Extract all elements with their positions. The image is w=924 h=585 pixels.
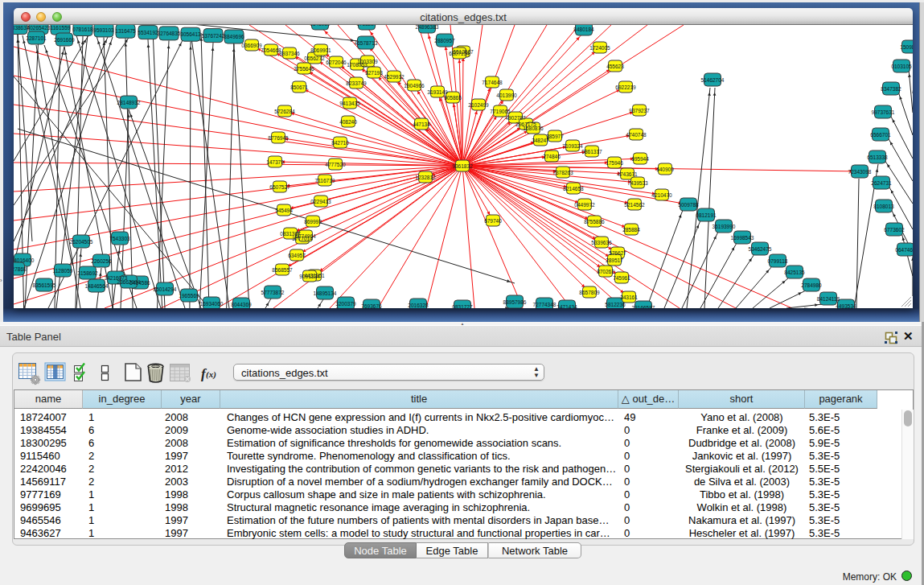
svg-text:2784980: 2784980 bbox=[801, 282, 822, 288]
svg-text:9379237: 9379237 bbox=[629, 108, 650, 113]
svg-text:72343098: 72343098 bbox=[848, 169, 872, 175]
svg-text:32764835: 32764835 bbox=[158, 31, 181, 36]
svg-text:8233749: 8233749 bbox=[346, 80, 367, 86]
svg-text:0229413: 0229413 bbox=[310, 199, 331, 204]
svg-text:0831727: 0831727 bbox=[452, 304, 473, 309]
svg-text:1003309: 1003309 bbox=[357, 59, 378, 64]
svg-text:0656272: 0656272 bbox=[304, 56, 325, 61]
svg-text:26204505: 26204505 bbox=[70, 239, 93, 245]
svg-text:4743671: 4743671 bbox=[617, 171, 638, 177]
svg-text:4013990: 4013990 bbox=[496, 93, 517, 98]
svg-text:85014294: 85014294 bbox=[154, 286, 177, 292]
svg-text:53462475: 53462475 bbox=[749, 246, 772, 252]
svg-text:8347382: 8347382 bbox=[881, 86, 901, 92]
svg-text:6507527: 6507527 bbox=[269, 184, 290, 190]
svg-text:7439533: 7439533 bbox=[627, 180, 648, 186]
svg-text:8214658: 8214658 bbox=[563, 186, 584, 192]
svg-text:4740748: 4740748 bbox=[626, 132, 647, 138]
svg-text:1904966: 1904966 bbox=[404, 83, 425, 89]
svg-text:147379: 147379 bbox=[266, 159, 284, 165]
svg-text:4210470: 4210470 bbox=[651, 192, 672, 198]
svg-text:7054668: 7054668 bbox=[261, 47, 281, 53]
svg-text:5009788: 5009788 bbox=[678, 202, 699, 208]
svg-text:6807154: 6807154 bbox=[449, 51, 470, 56]
svg-text:1316475: 1316475 bbox=[115, 28, 136, 34]
svg-text:3755646: 3755646 bbox=[294, 66, 314, 72]
svg-text:16934060: 16934060 bbox=[200, 301, 224, 307]
svg-text:5339636: 5339636 bbox=[591, 240, 612, 245]
svg-text:695944: 695944 bbox=[631, 156, 649, 162]
svg-text:285884: 285884 bbox=[622, 227, 640, 233]
svg-text:5534192: 5534192 bbox=[138, 30, 158, 35]
svg-text:8069901: 8069901 bbox=[310, 47, 331, 53]
svg-text:23662994: 23662994 bbox=[117, 279, 141, 285]
svg-text:1724005: 1724005 bbox=[589, 45, 610, 51]
svg-text:88957986: 88957986 bbox=[503, 299, 527, 305]
svg-text:28148932: 28148932 bbox=[117, 100, 141, 105]
svg-text:274846: 274846 bbox=[543, 154, 561, 159]
svg-text:6774964: 6774964 bbox=[295, 233, 316, 239]
svg-text:8044369: 8044369 bbox=[231, 302, 252, 307]
svg-text:7543303: 7543303 bbox=[109, 236, 130, 241]
svg-text:72774348: 72774348 bbox=[533, 302, 556, 307]
svg-text:850671: 850671 bbox=[290, 84, 308, 90]
svg-text:7174648: 7174648 bbox=[482, 80, 503, 85]
svg-text:53767242: 53767242 bbox=[202, 33, 225, 39]
svg-text:0781618: 0781618 bbox=[72, 27, 93, 32]
svg-text:1680876: 1680876 bbox=[523, 126, 544, 131]
svg-text:4529912: 4529912 bbox=[384, 74, 405, 80]
svg-text:3471434: 3471434 bbox=[556, 304, 577, 309]
svg-text:289517: 289517 bbox=[606, 257, 623, 263]
svg-text:36193990: 36193990 bbox=[713, 224, 736, 229]
svg-text:6272046: 6272046 bbox=[326, 60, 347, 65]
svg-text:5812236: 5812236 bbox=[605, 302, 626, 307]
svg-text:9593103: 9593103 bbox=[93, 27, 114, 33]
svg-text:3287101: 3287101 bbox=[26, 35, 47, 41]
svg-text:870262: 870262 bbox=[597, 269, 614, 274]
svg-text:7693676: 7693676 bbox=[361, 303, 382, 309]
svg-text:348247: 348247 bbox=[532, 138, 549, 143]
svg-text:2260256: 2260256 bbox=[91, 258, 112, 264]
svg-text:2624731: 2624731 bbox=[871, 180, 892, 186]
svg-text:2016328: 2016328 bbox=[408, 303, 429, 308]
svg-text:576627: 576627 bbox=[609, 250, 626, 256]
svg-text:175946: 175946 bbox=[606, 160, 623, 166]
svg-text:640909: 640909 bbox=[656, 167, 674, 172]
svg-text:2427868: 2427868 bbox=[14, 266, 27, 272]
svg-text:2880957: 2880957 bbox=[434, 38, 455, 43]
svg-text:7109324: 7109324 bbox=[562, 143, 583, 149]
svg-text:7116719: 7116719 bbox=[315, 178, 335, 183]
svg-text:2691669: 2691669 bbox=[54, 37, 75, 43]
svg-text:0449972: 0449972 bbox=[574, 202, 595, 208]
svg-text:8755886: 8755886 bbox=[584, 219, 605, 225]
svg-text:8849696: 8849696 bbox=[224, 34, 244, 39]
svg-text:6773602: 6773602 bbox=[884, 227, 905, 233]
svg-text:8480184: 8480184 bbox=[573, 27, 594, 32]
svg-text:1718227: 1718227 bbox=[356, 25, 377, 27]
svg-text:7378263: 7378263 bbox=[552, 170, 573, 175]
svg-text:24896383: 24896383 bbox=[416, 25, 439, 30]
svg-text:0861317: 0861317 bbox=[581, 149, 602, 154]
svg-text:327193: 327193 bbox=[365, 70, 383, 76]
svg-text:455623: 455623 bbox=[606, 64, 624, 69]
svg-text:99737631: 99737631 bbox=[872, 109, 895, 115]
svg-text:5214562: 5214562 bbox=[624, 202, 645, 208]
svg-text:1509839: 1509839 bbox=[900, 44, 913, 50]
svg-text:1161559: 1161559 bbox=[51, 25, 71, 31]
svg-text:5726284: 5726284 bbox=[274, 109, 295, 114]
svg-text:40265423: 40265423 bbox=[27, 25, 51, 31]
svg-text:8657809: 8657809 bbox=[579, 290, 600, 295]
svg-text:83561595: 83561595 bbox=[33, 282, 56, 288]
svg-text:905865: 905865 bbox=[444, 95, 462, 101]
svg-text:74016400: 74016400 bbox=[14, 257, 35, 263]
svg-text:57773872: 57773872 bbox=[261, 290, 285, 295]
svg-text:3158692: 3158692 bbox=[77, 270, 98, 276]
svg-text:8568557: 8568557 bbox=[272, 267, 293, 273]
svg-text:1543039: 1543039 bbox=[310, 25, 331, 27]
svg-text:408240: 408240 bbox=[339, 119, 357, 125]
svg-text:842710: 842710 bbox=[331, 140, 349, 146]
svg-text:745961: 745961 bbox=[613, 275, 630, 281]
svg-text:9091334: 9091334 bbox=[299, 274, 320, 279]
svg-text:3200379: 3200379 bbox=[335, 301, 356, 307]
svg-text:1232812: 1232812 bbox=[415, 175, 436, 180]
